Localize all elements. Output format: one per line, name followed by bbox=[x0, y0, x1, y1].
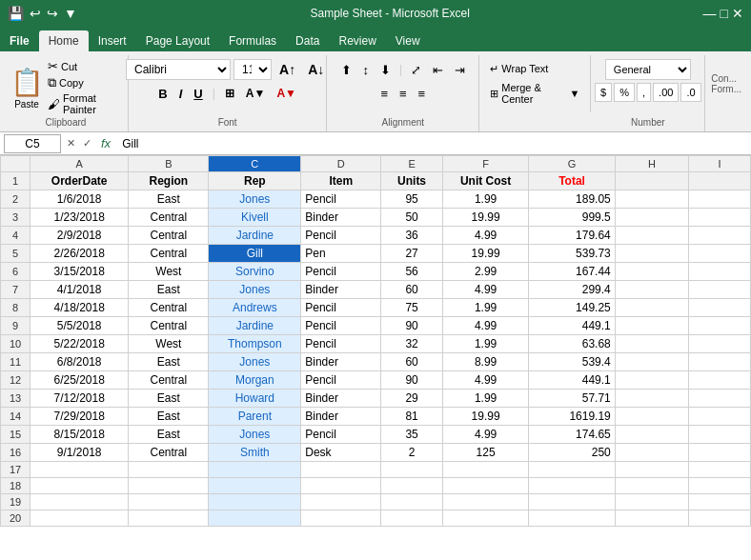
cell-A5[interactable]: 2/26/2018 bbox=[30, 245, 129, 263]
row-header-1[interactable]: 1 bbox=[1, 172, 30, 190]
cell-E12[interactable]: 90 bbox=[381, 371, 443, 390]
cell-E18[interactable] bbox=[381, 478, 443, 494]
cell-G10[interactable]: 63.68 bbox=[529, 335, 615, 353]
cell-D9[interactable]: Pencil bbox=[301, 317, 381, 335]
decimal-dec-button[interactable]: .0 bbox=[680, 83, 700, 102]
cell-F8[interactable]: 1.99 bbox=[442, 299, 528, 317]
cell-G2[interactable]: 189.05 bbox=[529, 190, 615, 209]
row-header-10[interactable]: 10 bbox=[1, 335, 30, 353]
cell-E14[interactable]: 81 bbox=[381, 408, 443, 426]
cell-E19[interactable] bbox=[381, 494, 443, 510]
cell-H14[interactable] bbox=[615, 408, 689, 426]
cell-D16[interactable]: Desk bbox=[301, 444, 381, 462]
cell-D11[interactable]: Binder bbox=[301, 353, 381, 371]
cell-G18[interactable] bbox=[529, 478, 615, 494]
cell-A2[interactable]: 1/6/2018 bbox=[30, 190, 129, 209]
row-header-14[interactable]: 14 bbox=[1, 408, 30, 426]
cell-A15[interactable]: 8/15/2018 bbox=[30, 426, 129, 444]
cell-G12[interactable]: 449.1 bbox=[529, 371, 615, 390]
cell-H12[interactable] bbox=[615, 371, 689, 390]
cell-I20[interactable] bbox=[689, 510, 751, 527]
cell-G19[interactable] bbox=[529, 494, 615, 510]
cell-F18[interactable] bbox=[442, 478, 528, 494]
cell-D1[interactable]: Item bbox=[301, 172, 381, 190]
cell-I8[interactable] bbox=[689, 299, 751, 317]
cell-F13[interactable]: 1.99 bbox=[442, 390, 528, 408]
cell-B19[interactable] bbox=[129, 494, 209, 510]
maximize-icon[interactable]: □ bbox=[721, 6, 728, 21]
wrap-text-button[interactable]: ↵ Wrap Text bbox=[485, 60, 584, 78]
cell-G20[interactable] bbox=[529, 510, 615, 527]
window-controls[interactable]: — □ ✕ bbox=[703, 6, 743, 21]
cell-C3[interactable]: Kivell bbox=[209, 209, 301, 227]
cell-I16[interactable] bbox=[689, 444, 751, 462]
cell-B4[interactable]: Central bbox=[129, 227, 209, 245]
cell-F6[interactable]: 2.99 bbox=[442, 263, 528, 281]
cell-C7[interactable]: Jones bbox=[209, 281, 301, 299]
cell-A20[interactable] bbox=[30, 510, 129, 527]
cell-I10[interactable] bbox=[689, 335, 751, 353]
cell-F7[interactable]: 4.99 bbox=[442, 281, 528, 299]
bold-button[interactable]: B bbox=[153, 83, 172, 104]
cell-F9[interactable]: 4.99 bbox=[442, 317, 528, 335]
cell-C19[interactable] bbox=[209, 494, 301, 510]
col-header-d[interactable]: D bbox=[301, 156, 381, 172]
tab-review[interactable]: Review bbox=[329, 30, 385, 51]
cell-H7[interactable] bbox=[615, 281, 689, 299]
cell-A4[interactable]: 2/9/2018 bbox=[30, 227, 129, 245]
cell-F17[interactable] bbox=[442, 462, 528, 478]
cell-C1[interactable]: Rep bbox=[209, 172, 301, 190]
cell-A16[interactable]: 9/1/2018 bbox=[30, 444, 129, 462]
cell-B11[interactable]: East bbox=[129, 353, 209, 371]
decimal-inc-button[interactable]: .00 bbox=[653, 83, 679, 102]
merge-center-button[interactable]: ⊞ Merge & Center ▼ bbox=[485, 79, 584, 108]
cell-A13[interactable]: 7/12/2018 bbox=[30, 390, 129, 408]
font-name-select[interactable]: Calibri bbox=[126, 59, 231, 80]
cell-G3[interactable]: 999.5 bbox=[529, 209, 615, 227]
col-header-b[interactable]: B bbox=[129, 156, 209, 172]
cell-H18[interactable] bbox=[615, 478, 689, 494]
close-icon[interactable]: ✕ bbox=[732, 6, 743, 21]
cell-B13[interactable]: East bbox=[129, 390, 209, 408]
cell-I11[interactable] bbox=[689, 353, 751, 371]
cell-F19[interactable] bbox=[442, 494, 528, 510]
row-header-2[interactable]: 2 bbox=[1, 190, 30, 209]
cell-D4[interactable]: Pencil bbox=[301, 227, 381, 245]
align-top-button[interactable]: ⬆ bbox=[336, 59, 356, 80]
cell-F10[interactable]: 1.99 bbox=[442, 335, 528, 353]
quick-access-toolbar[interactable]: 💾 ↩ ↪ ▼ bbox=[8, 6, 77, 21]
cell-G13[interactable]: 57.71 bbox=[529, 390, 615, 408]
cell-A9[interactable]: 5/5/2018 bbox=[30, 317, 129, 335]
cell-C9[interactable]: Jardine bbox=[209, 317, 301, 335]
cell-I18[interactable] bbox=[689, 478, 751, 494]
italic-button[interactable]: I bbox=[174, 83, 188, 104]
cell-I14[interactable] bbox=[689, 408, 751, 426]
col-header-h[interactable]: H bbox=[615, 156, 689, 172]
cell-F5[interactable]: 19.99 bbox=[442, 245, 528, 263]
cell-A17[interactable] bbox=[30, 462, 129, 478]
cell-B3[interactable]: Central bbox=[129, 209, 209, 227]
cell-B15[interactable]: East bbox=[129, 426, 209, 444]
row-header-18[interactable]: 18 bbox=[1, 478, 30, 494]
font-shrink-button[interactable]: A↓ bbox=[303, 59, 329, 80]
cell-G1[interactable]: Total bbox=[529, 172, 615, 190]
cell-E20[interactable] bbox=[381, 510, 443, 527]
cell-B8[interactable]: Central bbox=[129, 299, 209, 317]
tab-insert[interactable]: Insert bbox=[89, 30, 136, 51]
cell-C6[interactable]: Sorvino bbox=[209, 263, 301, 281]
cell-F3[interactable]: 19.99 bbox=[442, 209, 528, 227]
merge-dropdown-icon[interactable]: ▼ bbox=[569, 88, 579, 99]
cell-E15[interactable]: 35 bbox=[381, 426, 443, 444]
cell-D2[interactable]: Pencil bbox=[301, 190, 381, 209]
cell-B10[interactable]: West bbox=[129, 335, 209, 353]
cell-G11[interactable]: 539.4 bbox=[529, 353, 615, 371]
copy-button[interactable]: ⧉ Copy bbox=[48, 75, 122, 90]
cell-B6[interactable]: West bbox=[129, 263, 209, 281]
font-size-select[interactable]: 11 bbox=[233, 59, 272, 80]
cell-A12[interactable]: 6/25/2018 bbox=[30, 371, 129, 390]
cell-A10[interactable]: 5/22/2018 bbox=[30, 335, 129, 353]
cell-D8[interactable]: Pencil bbox=[301, 299, 381, 317]
row-header-19[interactable]: 19 bbox=[1, 494, 30, 510]
cell-I4[interactable] bbox=[689, 227, 751, 245]
col-header-g[interactable]: G bbox=[529, 156, 615, 172]
